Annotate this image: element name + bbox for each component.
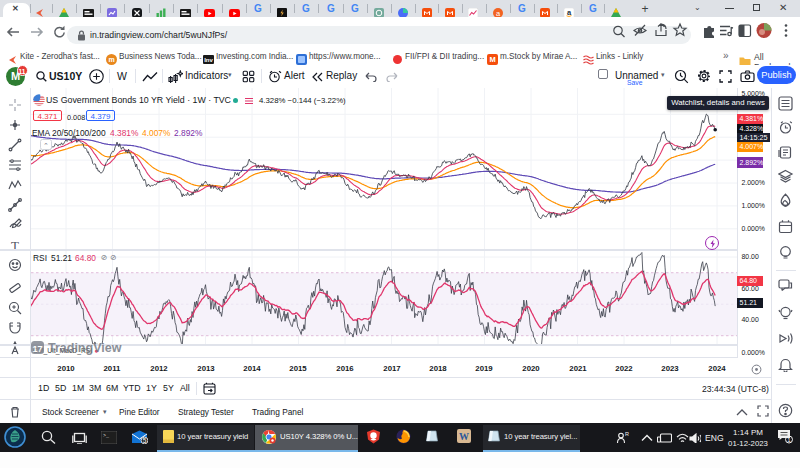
svg-text:R: R	[625, 431, 629, 437]
svg-text:17: 17	[32, 344, 42, 354]
svg-text:TradingView: TradingView	[48, 341, 122, 355]
svg-text:m: m	[108, 56, 114, 63]
svg-text:W: W	[459, 431, 469, 442]
svg-text:Inv: Inv	[204, 57, 213, 63]
svg-text:5: 5	[143, 437, 147, 444]
svg-text:M: M	[489, 55, 495, 64]
svg-text:>_: >_	[103, 433, 110, 439]
